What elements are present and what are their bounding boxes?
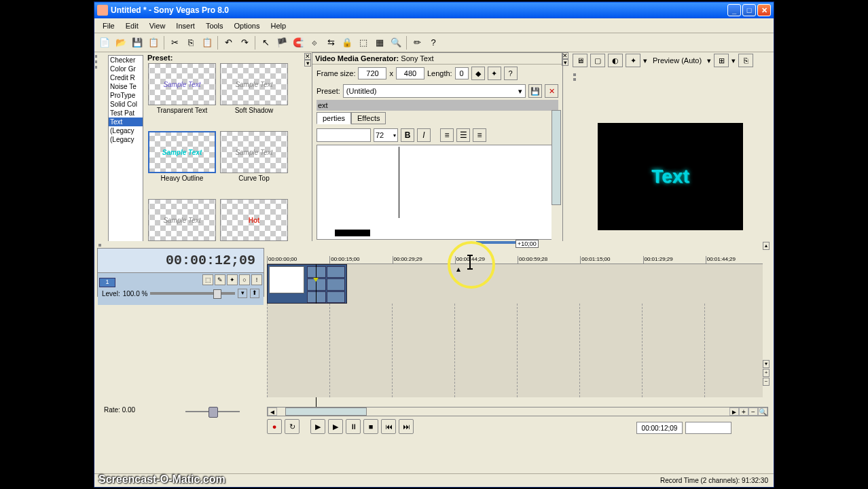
auto-ripple-icon[interactable]: ⇆ — [323, 35, 338, 50]
panel-close-icon[interactable]: ✕ — [304, 53, 311, 60]
pause-button[interactable]: ⏸ — [346, 419, 361, 434]
rate-scrub-control[interactable] — [185, 408, 240, 415]
length-input[interactable] — [455, 67, 469, 79]
undo-icon[interactable]: ↶ — [221, 35, 236, 50]
list-item[interactable]: Color Gr — [109, 65, 143, 73]
what-icon[interactable]: ✏ — [410, 35, 424, 50]
delete-preset-icon[interactable]: ✕ — [545, 84, 558, 98]
composite-icon[interactable]: ▾ — [238, 289, 247, 298]
menu-file[interactable]: File — [97, 20, 120, 31]
vscroll-down[interactable]: ▾ — [763, 360, 770, 368]
lock-icon[interactable]: 🔒 — [340, 35, 355, 50]
snap-icon[interactable]: 🧲 — [291, 35, 306, 50]
overlays-icon[interactable]: ⊞ — [714, 54, 729, 67]
width-input[interactable] — [358, 67, 386, 79]
play-start-button[interactable]: ▶ — [310, 419, 325, 434]
selection-start-display[interactable]: 00:00:12;09 — [636, 422, 683, 434]
menu-options[interactable]: Options — [229, 20, 266, 31]
font-size-dropdown[interactable]: 72▾ — [374, 128, 398, 142]
preset-thumb-selected[interactable]: Sample Text — [148, 131, 216, 173]
list-item[interactable]: Solid Col — [109, 100, 143, 109]
timeline-horizontal-scrollbar[interactable]: ◄ ► + − 🔍 — [267, 407, 768, 416]
copy-icon[interactable]: ⎘ — [183, 35, 198, 50]
list-item-selected[interactable]: Text — [109, 117, 143, 126]
menu-insert[interactable]: Insert — [170, 20, 200, 31]
menu-tools[interactable]: Tools — [200, 20, 229, 31]
preview-quality-dropdown[interactable]: Preview (Auto) — [650, 56, 704, 65]
list-item[interactable]: Credit R — [109, 73, 143, 82]
zoom-out-v[interactable]: − — [763, 378, 770, 386]
fx-icon[interactable]: ✦ — [626, 54, 640, 67]
menu-edit[interactable]: Edit — [120, 20, 144, 31]
timeline-empty-area[interactable] — [267, 304, 768, 397]
vscroll-up[interactable]: ▴ — [763, 242, 770, 250]
loop-button[interactable]: ↻ — [285, 419, 300, 434]
open-icon[interactable]: 📂 — [113, 35, 128, 50]
level-slider[interactable] — [150, 292, 235, 295]
close-button[interactable]: ✕ — [757, 4, 771, 16]
zoom-icon[interactable]: 🔍 — [388, 35, 403, 50]
help-icon[interactable]: ? — [504, 67, 518, 80]
arrow-tool-icon[interactable]: ↖ — [258, 35, 273, 50]
preset-scrollbar[interactable] — [291, 65, 302, 261]
auto-crossfade-icon[interactable]: ⟐ — [307, 35, 322, 50]
preset-thumb[interactable]: Sample Text — [148, 199, 216, 241]
menu-help[interactable]: Help — [265, 20, 291, 31]
minimize-button[interactable]: _ — [727, 4, 741, 16]
panel-dropdown-icon[interactable]: ▾ — [562, 59, 568, 66]
zoom-in-icon[interactable]: + — [739, 408, 748, 416]
height-input[interactable] — [396, 67, 424, 79]
vmg-vertical-scrollbar[interactable] — [551, 110, 561, 255]
list-item[interactable]: Test Pat — [109, 109, 143, 117]
titlebar[interactable]: Untitled * - Sony Vegas Pro 8.0 _ □ ✕ — [94, 2, 774, 18]
save-icon[interactable]: 💾 — [130, 35, 145, 50]
track-fx-icon[interactable]: ✦ — [227, 274, 238, 285]
apply-icon[interactable]: ✦ — [488, 67, 501, 80]
list-item[interactable]: (Legacy — [109, 135, 143, 144]
properties-icon[interactable]: 📋 — [146, 35, 161, 50]
split-screen-icon[interactable]: ◐ — [608, 54, 623, 67]
ignore-icon[interactable]: ⬚ — [356, 35, 371, 50]
panel-close-icon[interactable]: ✕ — [562, 52, 568, 59]
timecode-display[interactable]: 00:00:12;09 — [98, 249, 264, 272]
go-start-button[interactable]: ⏮ — [381, 419, 396, 434]
zoom-in-v[interactable]: + — [763, 369, 770, 377]
list-item[interactable]: Checker — [109, 56, 143, 65]
keyframe-icon[interactable]: ◆ — [471, 67, 485, 80]
bold-button[interactable]: B — [401, 128, 414, 142]
preset-thumb[interactable]: Hot — [220, 199, 288, 241]
panel-dropdown-icon[interactable]: ▾ — [304, 60, 311, 67]
list-item[interactable]: ProType — [109, 91, 143, 100]
zoom-fit-icon[interactable]: 🔍 — [758, 408, 767, 416]
automation-icon[interactable]: ✎ — [215, 274, 225, 285]
list-item[interactable]: (Legacy — [109, 126, 143, 135]
tab-effects[interactable]: Effects — [351, 112, 386, 124]
copy-snapshot-icon[interactable]: ⎘ — [738, 54, 753, 67]
align-right-icon[interactable]: ≡ — [473, 128, 486, 142]
loop-region[interactable] — [476, 241, 516, 244]
record-button[interactable]: ● — [267, 419, 282, 434]
tab-properties[interactable]: perties — [317, 112, 351, 124]
preset-dropdown[interactable]: (Untitled)▾ — [343, 84, 526, 98]
font-dropdown[interactable] — [317, 128, 371, 142]
scroll-left-icon[interactable]: ◄ — [268, 408, 277, 416]
maximize-button[interactable]: □ — [742, 4, 756, 16]
timeline-tracks[interactable] — [267, 264, 768, 304]
list-item[interactable]: Noise Te — [109, 82, 143, 91]
scroll-thumb[interactable] — [285, 408, 367, 416]
align-left-icon[interactable]: ≡ — [440, 128, 454, 142]
selection-end-display[interactable] — [685, 422, 731, 434]
track-number[interactable]: 1 — [99, 278, 115, 287]
preset-thumb[interactable]: Sample Text — [148, 63, 216, 105]
help-icon[interactable]: ? — [426, 35, 441, 50]
mute-icon[interactable]: ○ — [239, 274, 250, 285]
parent-icon[interactable]: ⬆ — [250, 289, 259, 298]
new-icon[interactable]: 📄 — [97, 35, 112, 50]
solo-icon[interactable]: ! — [251, 274, 262, 285]
marker-icon[interactable]: 🏴 — [274, 35, 289, 50]
timeline-ruler[interactable]: +10;00 00:00:00;00 00:00:15;00 00:00:29;… — [267, 241, 768, 304]
preset-thumb[interactable]: Sample Text — [220, 63, 288, 105]
paste-icon[interactable]: 📋 — [200, 35, 215, 50]
play-button[interactable]: ▶ — [328, 419, 343, 434]
redo-icon[interactable]: ↷ — [237, 35, 252, 50]
